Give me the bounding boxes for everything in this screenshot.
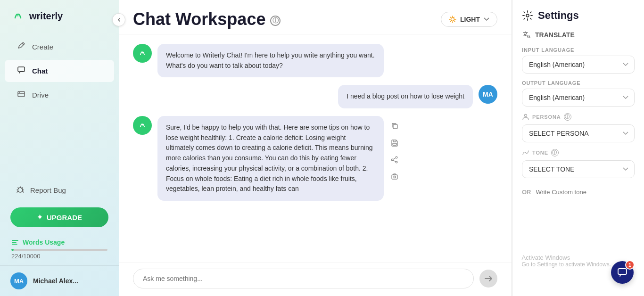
message-row-bot-1: Welcome to Writerly Chat! I'm here to he… xyxy=(133,44,497,77)
bot-message-2: Sure, I'd be happy to help you with that… xyxy=(157,116,384,201)
translate-icon xyxy=(522,30,531,40)
output-language-label: OUTPUT LANGUAGE xyxy=(522,80,635,86)
input-language-select[interactable]: English (American) xyxy=(522,56,635,74)
bot-msg-with-actions: Sure, I'd be happy to help you with that… xyxy=(157,116,402,201)
activate-watermark: Activate Windows Go to Settings to activ… xyxy=(522,254,611,268)
persona-label-row: PERSONA ⓘ xyxy=(522,113,635,121)
sun-icon xyxy=(449,16,456,23)
svg-point-5 xyxy=(451,18,454,21)
send-icon xyxy=(484,274,493,283)
tone-label-row: TONE ⓘ xyxy=(522,149,635,156)
chat-icon xyxy=(16,66,26,76)
translate-row: TRANSLATE xyxy=(522,30,635,40)
user-name: Michael Alex... xyxy=(33,277,78,285)
translate-label: TRANSLATE xyxy=(535,31,575,39)
drive-icon xyxy=(16,90,26,100)
chevron-down-icon xyxy=(484,17,489,21)
user-message-1: I need a blog post on how to lose weight xyxy=(338,85,473,108)
sidebar-drive-label: Drive xyxy=(32,91,49,99)
save-button[interactable] xyxy=(388,136,402,150)
send-button[interactable] xyxy=(479,270,497,288)
words-usage-bar xyxy=(11,249,107,251)
bug-icon xyxy=(16,185,25,195)
bot-avatar-1 xyxy=(133,44,152,63)
svg-point-14 xyxy=(525,115,527,117)
tone-label: TONE xyxy=(532,150,548,156)
chat-input[interactable] xyxy=(133,269,474,288)
settings-title: Settings xyxy=(538,9,579,22)
page-title-row: Chat Workspace ⓘ xyxy=(133,9,281,29)
persona-label: PERSONA xyxy=(532,114,561,120)
sidebar-create-label: Create xyxy=(32,43,53,51)
words-usage-count: 224/10000 xyxy=(11,253,107,260)
title-info-icon[interactable]: ⓘ xyxy=(270,16,281,26)
svg-rect-6 xyxy=(393,124,397,129)
words-usage-section: Words Usage 224/10000 xyxy=(0,235,119,265)
upgrade-icon: ✦ xyxy=(37,213,43,222)
settings-title-row: Settings xyxy=(522,9,635,22)
upgrade-label: UPGRADE xyxy=(47,214,82,222)
svg-point-12 xyxy=(394,176,396,178)
main-content: Chat Workspace ⓘ LIGHT Welcome to Writer… xyxy=(119,0,512,296)
svg-point-10 xyxy=(396,161,397,163)
upgrade-button[interactable]: ✦ UPGRADE xyxy=(10,207,108,227)
message-row-user-1: I need a blog post on how to lose weight… xyxy=(133,85,497,108)
tone-info-icon[interactable]: ⓘ xyxy=(551,149,559,156)
sidebar-chat-label: Chat xyxy=(32,67,48,75)
logo-icon xyxy=(10,8,25,24)
report-bug-button[interactable]: Report Bug xyxy=(5,181,114,200)
bot-message-1: Welcome to Writerly Chat! I'm here to he… xyxy=(157,44,384,77)
sidebar: writerly Create Chat Drive Report Bug ✦ … xyxy=(0,0,119,296)
settings-gear-icon xyxy=(522,10,533,21)
create-icon xyxy=(16,41,26,52)
custom-tone-input[interactable] xyxy=(536,189,635,196)
tone-select[interactable]: SELECT TONE xyxy=(522,160,635,178)
svg-point-3 xyxy=(19,92,20,93)
or-row: OR xyxy=(522,189,635,196)
chat-widget[interactable]: 1 xyxy=(611,261,634,284)
svg-point-8 xyxy=(396,156,397,158)
persona-select[interactable]: SELECT PERSONA xyxy=(522,124,635,142)
main-header: Chat Workspace ⓘ LIGHT xyxy=(119,0,512,34)
svg-rect-7 xyxy=(393,143,396,145)
chat-area: Welcome to Writerly Chat! I'm here to he… xyxy=(119,34,512,263)
output-language-select[interactable]: English (American) xyxy=(522,89,635,107)
chat-widget-badge: 1 xyxy=(625,260,635,270)
theme-label: LIGHT xyxy=(460,16,480,23)
svg-point-13 xyxy=(526,14,529,17)
svg-rect-1 xyxy=(18,67,25,72)
settings-panel: Settings TRANSLATE INPUT LANGUAGE Englis… xyxy=(512,0,644,296)
sidebar-item-drive[interactable]: Drive xyxy=(5,84,114,106)
chat-widget-icon xyxy=(617,267,627,278)
page-title: Chat Workspace xyxy=(133,9,265,29)
user-profile[interactable]: MA Michael Alex... xyxy=(0,265,119,296)
sidebar-item-chat[interactable]: Chat xyxy=(5,60,114,82)
share-button[interactable] xyxy=(388,153,402,167)
input-language-label: INPUT LANGUAGE xyxy=(522,47,635,53)
sidebar-item-create[interactable]: Create xyxy=(5,36,114,58)
user-chat-avatar: MA xyxy=(479,85,497,104)
or-label: OR xyxy=(522,189,531,196)
tone-icon xyxy=(522,149,529,156)
copy-button[interactable] xyxy=(388,119,402,133)
persona-icon xyxy=(522,113,529,121)
logo-area: writerly xyxy=(0,8,119,35)
user-avatar: MA xyxy=(10,272,27,289)
persona-info-icon[interactable]: ⓘ xyxy=(564,113,571,121)
logo-text: writerly xyxy=(29,11,63,22)
chat-input-bar xyxy=(119,263,512,296)
svg-rect-11 xyxy=(392,175,397,179)
svg-point-9 xyxy=(391,159,393,161)
screenshot-button[interactable] xyxy=(388,170,402,184)
report-bug-label: Report Bug xyxy=(30,186,66,194)
message-actions xyxy=(388,116,402,184)
bot-avatar-2 xyxy=(133,116,152,135)
words-usage-title: Words Usage xyxy=(11,238,107,246)
message-row-bot-2: Sure, I'd be happy to help you with that… xyxy=(133,116,497,201)
theme-toggle-button[interactable]: LIGHT xyxy=(441,12,497,27)
svg-rect-15 xyxy=(618,269,627,274)
words-usage-fill xyxy=(11,249,14,251)
words-usage-icon xyxy=(11,238,19,246)
sidebar-toggle[interactable] xyxy=(112,13,125,26)
